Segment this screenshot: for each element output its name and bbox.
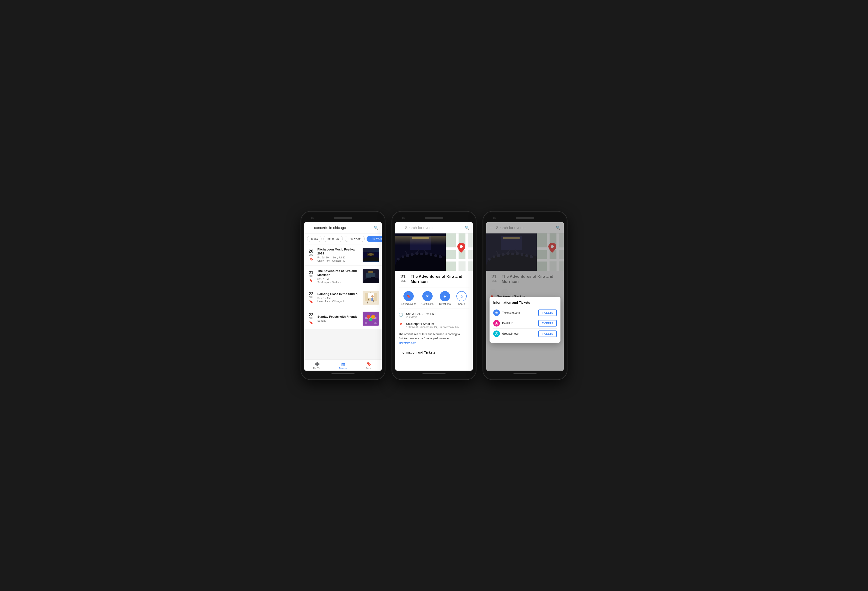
phone-1-screen: ← concerts in chicago 🔍 Today Tomorrow T…	[304, 222, 382, 371]
chip-today[interactable]: Today	[307, 236, 322, 242]
svg-rect-4	[366, 273, 375, 277]
provider-name-3: Groupsintown	[502, 332, 538, 335]
saved-icon: 🔖	[366, 361, 372, 367]
provider-row-3: Groupsintown TICKETS	[493, 329, 557, 339]
filter-bar-1: Today Tomorrow This Week This Weekend	[304, 233, 382, 245]
svg-point-2	[368, 253, 373, 256]
svg-point-15	[366, 315, 370, 318]
svg-point-30	[430, 253, 433, 256]
chip-thisweek[interactable]: This Week	[345, 236, 365, 242]
phone-camera-1	[311, 217, 314, 219]
stage-lights-2	[395, 236, 446, 245]
provider-name-2: DealHub	[502, 321, 538, 325]
nav-foryou[interactable]: ➕ For You	[304, 361, 330, 370]
saved-event-btn[interactable]: 🔖 Saved event	[402, 291, 416, 305]
svg-rect-39	[456, 233, 459, 271]
provider-row-2: DealHub TICKETS	[493, 318, 557, 329]
svg-point-26	[411, 253, 414, 256]
event-3-day: 22	[309, 292, 313, 296]
search-placeholder-2[interactable]: Search for events	[405, 226, 465, 230]
bookmark-icon-4[interactable]: 🔖	[309, 321, 313, 324]
event-item-3[interactable]: 22 JUL 🔖 Painting Class in the Studio Su…	[304, 287, 382, 308]
clock-icon: 🕐	[399, 312, 403, 317]
bottom-nav-1: ➕ For You ▦ Browse 🔖 Saved	[304, 360, 382, 371]
bookmark-icon-3[interactable]: 🔖	[309, 300, 313, 304]
detail-link-2[interactable]: Ticketsite.com	[399, 342, 469, 345]
event-4-sub1: Sunday	[317, 319, 360, 322]
event-2-sub2: Snickerpark Stadium	[317, 281, 360, 284]
search-icon-2[interactable]: 🔍	[465, 225, 469, 230]
detail-content-2: 21 JUL The Adventures of Kira and Morris…	[395, 271, 473, 371]
phone-3-screen: ← Search for events 🔍	[486, 222, 564, 371]
ticket-popup: Information and Tickets Ticketsite.com T…	[490, 297, 561, 343]
event-2-date: 21 JUL 🔖	[307, 271, 315, 282]
event-4-day: 22	[309, 313, 313, 317]
event-4-thumb	[363, 312, 379, 326]
svg-rect-5	[368, 271, 373, 273]
get-tickets-icon: ✖	[422, 291, 433, 301]
event-2-sub1: Sat, 7 PM	[317, 277, 360, 280]
share-btn[interactable]: ⎙ Share	[456, 291, 466, 305]
directions-label: Directions	[439, 302, 450, 305]
event-3-month: JUL	[309, 296, 313, 299]
detail-venue: Snickerpark Stadium	[406, 322, 469, 326]
svg-rect-45	[446, 262, 456, 271]
event-2-thumb	[363, 270, 379, 283]
svg-rect-12	[372, 298, 373, 301]
phone-top-bar-1	[304, 215, 382, 221]
phone-1-bottom	[304, 371, 382, 376]
tickets-button-1[interactable]: TICKETS	[538, 310, 557, 316]
chip-thisweekend[interactable]: This Weekend	[366, 236, 382, 242]
event-item-4[interactable]: 22 JUL 🔖 Sunday Feasts with Friends Sund…	[304, 308, 382, 329]
svg-rect-43	[446, 250, 456, 259]
detail-datetime: Sat, Jul 21, 7 PM EDT	[406, 312, 469, 315]
event-3-sub2: Union Park · Chicago, IL	[317, 300, 360, 303]
section-title-2: Information and Tickets	[399, 348, 469, 357]
detail-venue-row: 📍 Snickerpark Stadium 100 West Snickerpa…	[399, 322, 469, 329]
back-button-2[interactable]: ←	[399, 225, 403, 230]
home-bar-2	[422, 373, 446, 374]
detail-address: 100 West Snickerpark Dr, Snickertown, PA	[406, 326, 469, 329]
phone-speaker-3	[516, 217, 534, 219]
nav-browse[interactable]: ▦ Browse	[330, 361, 356, 370]
event-3-thumb	[363, 290, 379, 305]
provider-icon-2	[493, 320, 500, 327]
event-1-name: Pitchspoon Music Festival 2018	[317, 248, 360, 256]
svg-point-23	[397, 258, 400, 261]
phone-2-bottom	[395, 371, 473, 376]
event-2-day: 21	[309, 271, 313, 275]
action-buttons-2: 🔖 Saved event ✖ Get tickets ◆	[399, 287, 469, 309]
directions-btn[interactable]: ◆ Directions	[439, 291, 450, 305]
provider-name-1: Ticketsite.com	[502, 311, 538, 314]
nav-saved[interactable]: 🔖 Saved	[356, 361, 382, 370]
get-tickets-btn[interactable]: ✖ Get tickets	[421, 291, 434, 305]
detail-date-2: 21 JUL	[399, 274, 408, 284]
event-2-month: JUL	[309, 275, 313, 277]
event-2-thumb-img	[363, 270, 379, 283]
chip-tomorrow[interactable]: Tomorrow	[323, 236, 343, 242]
detail-image-area-2	[395, 233, 473, 271]
svg-point-18	[365, 322, 367, 324]
popup-overlay	[486, 222, 564, 371]
bookmark-icon-2[interactable]: 🔖	[309, 279, 313, 282]
event-item-2[interactable]: 21 JUL 🔖 The Adventures of Kira and Morr…	[304, 266, 382, 287]
detail-event-header-2: 21 JUL The Adventures of Kira and Morris…	[399, 274, 469, 284]
saved-event-icon: 🔖	[403, 291, 414, 301]
event-4-month: JUL	[309, 317, 313, 320]
detail-month-2: JUL	[401, 279, 406, 283]
event-1-thumb	[363, 248, 379, 262]
back-button-1[interactable]: ←	[307, 225, 312, 230]
bookmark-icon-1[interactable]: 🔖	[309, 257, 313, 261]
tickets-button-2[interactable]: TICKETS	[538, 320, 557, 327]
phone-3: ← Search for events 🔍	[483, 212, 567, 379]
detail-datetime-row: 🕐 Sat, Jul 21, 7 PM EDT in 2 days	[399, 312, 469, 319]
event-1-month: JUL	[309, 253, 313, 256]
event-item-1[interactable]: 20 JUL 🔖 Pitchspoon Music Festival 2018 …	[304, 245, 382, 265]
search-icon-1[interactable]: 🔍	[374, 225, 378, 230]
phone-3-bottom	[486, 371, 564, 376]
event-3-info: Painting Class in the Studio Sun, 12 AM …	[317, 292, 360, 303]
tickets-button-3[interactable]: TICKETS	[538, 330, 557, 337]
event-2-name: The Adventures of Kira and Morrison	[317, 269, 360, 277]
svg-point-24	[402, 255, 404, 258]
event-3-date: 22 JUL 🔖	[307, 292, 315, 304]
